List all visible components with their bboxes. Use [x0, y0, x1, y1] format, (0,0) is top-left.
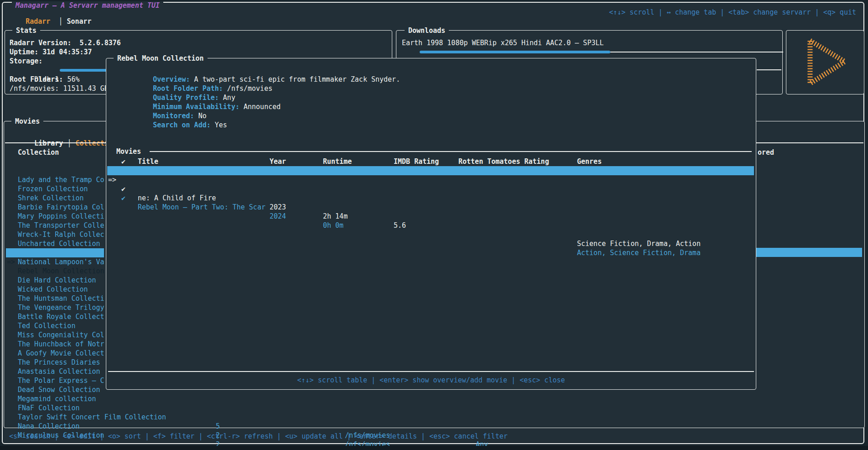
servarr-tab-bar: Radarr │ Sonarr — [9, 8, 92, 17]
modal-field-label: Root Folder Path: — [153, 84, 223, 93]
movie-year: 2023 — [270, 203, 286, 212]
modal-field-value: Announced — [239, 103, 281, 111]
modal-fields: Overview: A two-part sci-fi epic from fi… — [112, 66, 400, 120]
modal-field-label: Quality Profile: — [153, 94, 219, 102]
collection-movie-count: 5 — [216, 422, 220, 431]
global-keybind-hints: <↑↓> scroll | ↔ change tab | <tab> chang… — [609, 8, 856, 17]
logo-panel — [786, 30, 864, 94]
movie-title: Rebel Moon – Part Two: The Scar — [138, 203, 265, 212]
header-year[interactable]: Year — [270, 157, 286, 166]
download2-progress-bar-remnant — [757, 69, 781, 70]
modal-field-value: Any — [219, 94, 235, 102]
collection-row[interactable]: Taylor Swift Concert Film Collection 5 /… — [6, 394, 863, 403]
collection-row[interactable]: Nana Collection 2 /nfs/movies Any Yes — [6, 403, 863, 413]
disk-usage-row: Disk 1: 56% — [10, 66, 80, 75]
modal-field-value: No — [194, 112, 207, 120]
radarr-version-value: 5.2.6.8376 — [71, 39, 120, 47]
modal-movies-table-body: => ✔ ne: A Child of Fire 2023 2h 14m 5.6… — [106, 166, 756, 184]
tab-library[interactable]: Library — [34, 139, 63, 147]
download-item-title: Earth 1998 1080p WEBRip x265 Hindi AAC2.… — [402, 38, 604, 47]
collection-row[interactable]: Miraculous Collection 2 /nfs/movies Any … — [6, 413, 863, 422]
collection-details-modal: Rebel Moon Collection Overview: A two-pa… — [106, 58, 756, 390]
movie-runtime: 2h 14m — [323, 212, 348, 221]
header-runtime[interactable]: Runtime — [323, 157, 352, 166]
modal-field-row: Overview: A two-part sci-fi epic from fi… — [112, 66, 400, 75]
modal-field-value: Yes — [211, 121, 227, 129]
modal-field-label: Overview: — [153, 75, 190, 84]
modal-field-label: Monitored: — [153, 112, 194, 120]
collections-table-header-collection: Collection — [18, 148, 59, 157]
movie-row[interactable]: => ✔ ne: A Child of Fire 2023 2h 14m 5.6… — [106, 166, 756, 175]
tab-divider — [50, 17, 58, 26]
movie-imdb-rating: 5.6 — [394, 221, 406, 230]
storage-label: Storage: — [10, 57, 42, 66]
uptime: Uptime: 31d 04:35:37 — [10, 47, 92, 57]
modal-keybind-hints: <↑↓> scroll table | <enter> show overvie… — [106, 376, 756, 385]
header-genres[interactable]: Genres — [577, 157, 602, 166]
modal-movies-section-rule — [150, 151, 752, 152]
root-folder-size: /nfs/movies: 11511.43 GB — [10, 84, 109, 93]
download-progress-row: 52% — [402, 47, 439, 57]
footer-keybind-hints: <s> search | <e> edit | <o> sort | <f> f… — [9, 432, 508, 441]
header-imdb-rating[interactable]: IMDB Rating — [394, 157, 439, 166]
collections-table-header-monitored-clipped: ored — [758, 148, 774, 157]
tab-gap2 — [71, 139, 75, 147]
disk-usage-bar — [60, 69, 110, 72]
modal-movies-section-title: Movies — [116, 147, 141, 156]
modal-movies-table-header: ✔ Title Year Runtime IMDB Rating Rotten … — [106, 157, 756, 166]
modal-title: Rebel Moon Collection — [114, 54, 208, 63]
movie-genres: Science Fiction, Drama, Action — [577, 239, 701, 248]
modal-field-value: A two-part sci-fi epic from filmmaker Za… — [190, 75, 400, 84]
movie-row[interactable]: ✔ Rebel Moon – Part Two: The Scar 2024 0… — [106, 175, 756, 184]
modal-field-value: /nfs/movies — [223, 84, 272, 93]
modal-field-label: Minimum Availability: — [153, 103, 239, 111]
download-progress-bar-rest — [610, 52, 783, 52]
managarr-play-logo-icon — [795, 33, 857, 92]
root-folders-label: Root Folders: — [10, 75, 63, 84]
header-monitored-check: ✔ — [121, 157, 125, 166]
radarr-version: Radarr Version: 5.2.6.8376 — [10, 38, 121, 47]
header-rotten-tomatoes-rating[interactable]: Rotten Tomatoes Rating — [458, 157, 549, 166]
download-progress-bar-fill — [420, 51, 610, 53]
modal-footer-rule — [108, 371, 754, 372]
movie-year: 2024 — [270, 212, 286, 221]
movie-genres: Action, Science Fiction, Drama — [577, 248, 701, 257]
terminal-artifact-strip — [0, 446, 868, 450]
managarr-tui-screen: Managarr – A Servarr management TUI Rada… — [0, 0, 868, 450]
movie-title: ne: A Child of Fire — [138, 194, 216, 203]
tab-sonarr[interactable]: Sonarr — [67, 17, 91, 26]
header-title[interactable]: Title — [138, 157, 158, 166]
modal-field-label: Search on Add: — [153, 121, 210, 129]
movies-panel-title: Movies — [11, 117, 43, 126]
selected-collection-row-highlight-right — [756, 248, 862, 257]
movie-runtime: 0h 0m — [323, 221, 343, 230]
radarr-version-label: Radarr Version: — [10, 39, 71, 47]
tab-radarr[interactable]: Radarr — [26, 17, 50, 26]
downloads-panel-title: Downloads — [405, 26, 449, 35]
monitored-check-icon: ✔ — [121, 194, 125, 203]
